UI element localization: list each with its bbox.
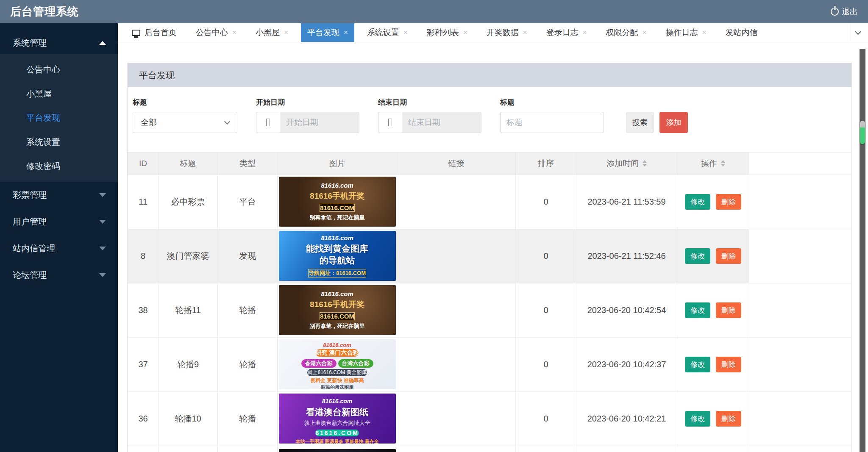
sidebar-section[interactable]: 论坛管理 [0,262,118,288]
sort-icon[interactable] [721,160,725,166]
column-header: 类型 [218,153,278,175]
banner-line: 能找到黄金图库 [279,243,396,255]
delete-button[interactable]: 删除 [716,357,741,372]
delete-button[interactable]: 删除 [716,302,741,318]
column-header[interactable]: 操作 [677,153,749,175]
close-icon[interactable]: × [284,28,288,37]
cell-link [397,283,516,337]
cell-title: 澳门管家婆 [159,229,218,283]
tab-label: 系统设置 [367,27,399,38]
banner-line: 81616手机开奖 [279,191,396,202]
tab[interactable]: 平台发现× [301,23,354,42]
logout-button[interactable]: 退出 [831,6,858,17]
close-icon[interactable]: × [643,28,647,37]
edit-button[interactable]: 修改 [685,302,710,318]
cell-type: 平台 [218,175,278,229]
add-button[interactable]: 添加 [659,112,688,133]
cell-link [397,175,516,229]
tab-label: 操作日志 [666,27,698,38]
sidebar-section[interactable]: 站内信管理 [0,235,118,262]
type-select[interactable]: 全部 [133,112,237,133]
tab-label: 登录日志 [546,27,579,38]
sort-asc-icon [643,160,647,163]
search-button[interactable]: 搜索 [626,112,654,133]
tab[interactable]: 权限分配× [600,23,653,42]
banner-line: 台湾六合彩 [338,359,373,368]
close-icon[interactable]: × [403,28,408,37]
delete-button[interactable]: 删除 [716,411,741,427]
banner-line: 81616手机开奖 [279,299,396,310]
cell-title: 必中彩票 [159,175,218,229]
topbar: 后台管理系统 退出 [0,0,868,23]
tab-overflow-button[interactable] [848,23,868,42]
cell-type: 轮播 [218,337,278,391]
tab[interactable]: 系统设置× [361,23,414,42]
close-icon[interactable]: × [523,28,527,37]
cell-image: 81616.com看港澳台新图纸就上港澳台新六合网址大全81616.COM本站一… [278,391,397,446]
tab-label: 公告中心 [196,27,228,38]
page-title: 平台发现 [139,69,175,81]
delete-button[interactable]: 删除 [716,248,741,264]
tab[interactable]: 小黑屋× [249,23,295,42]
delete-button[interactable]: 删除 [716,194,741,210]
banner-image: 81616.com81616手机开奖81616.COM别再拿笔，死记在脑里 [279,285,396,335]
filter-type-label: 标题 [133,98,237,107]
tab[interactable]: 登录日志× [540,23,593,42]
close-icon[interactable]: × [463,28,467,37]
sidebar-section[interactable]: 系统管理 [0,32,118,54]
column-header-label: 图片 [329,158,345,169]
tab[interactable]: 操作日志× [659,23,713,42]
close-icon[interactable]: × [702,28,707,37]
banner-line: 81616.com [279,182,396,189]
end-date-input[interactable] [402,112,481,133]
sidebar-menu: 系统管理公告中心小黑屋平台发现系统设置修改密码彩票管理用户管理站内信管理论坛管理 [0,32,118,288]
cell-id: 8 [128,229,159,283]
sidebar-section-label: 论坛管理 [13,269,47,281]
column-header: 图片 [278,153,397,175]
sidebar-section[interactable]: 用户管理 [0,208,118,235]
tab[interactable]: 彩种列表× [420,23,474,42]
sidebar-submenu: 公告中心小黑屋平台发现系统设置修改密码 [0,54,118,182]
sidebar-item[interactable]: 公告中心 [0,58,118,82]
edit-button[interactable]: 修改 [685,411,710,427]
row-actions: 修改删除 [677,302,749,318]
cell-sort [516,446,576,452]
close-icon[interactable]: × [344,28,348,37]
banner-image: 81616.com能找到黄金图库的导航站导航网址：81616.COM [279,231,396,281]
column-header-label: 类型 [239,158,256,169]
tab[interactable]: 发站内信 [719,23,764,42]
cell-title: 轮播10 [159,391,218,446]
tab[interactable]: 后台首页 [125,23,183,42]
sidebar-item[interactable]: 小黑屋 [0,82,118,106]
cell-link [397,391,516,446]
banner-image: 81616.com看港澳台新图纸就上港澳台新六合网址大全81616.COM本站一… [279,394,396,444]
tab-label: 小黑屋 [256,27,280,38]
edit-button[interactable]: 修改 [685,194,710,210]
sidebar-item[interactable]: 系统设置 [0,130,118,154]
column-header-label: 操作 [701,158,725,169]
scrollbar-thumb[interactable] [860,121,865,144]
tab[interactable]: 公告中心× [189,23,243,42]
title-search-input[interactable] [500,112,604,133]
column-header: 标题 [159,153,218,175]
sidebar-section[interactable]: 彩票管理 [0,182,118,208]
sort-icon[interactable] [643,160,647,166]
edit-button[interactable]: 修改 [685,248,710,264]
sidebar-item[interactable]: 修改密码 [0,154,118,178]
start-date-input[interactable] [280,112,359,133]
cell-title: 轮播9 [159,337,218,391]
column-header-label: 标题 [180,158,196,169]
cell-type [218,446,278,452]
close-icon[interactable]: × [583,28,587,37]
tab-label: 发站内信 [725,27,757,38]
banner-line: 本站一手图源 图源最多 更新最快 最齐全 [279,438,396,444]
edit-button[interactable]: 修改 [685,357,710,372]
cell-image: 81616.com研究 澳门六合彩香港六合彩台湾六合彩就上81616.COM 黄… [278,337,397,391]
banner-line: 资料全 更新快 准确率高 [279,377,396,384]
tab[interactable]: 开奖数据× [480,23,534,42]
close-icon[interactable]: × [232,28,236,37]
table-row: 8澳门管家婆发现81616.com能找到黄金图库的导航站导航网址：81616.C… [128,229,852,283]
column-header[interactable]: 添加时间 [576,153,677,175]
sidebar-item[interactable]: 平台发现 [0,106,118,130]
cell-actions: 修改删除 [677,229,749,283]
